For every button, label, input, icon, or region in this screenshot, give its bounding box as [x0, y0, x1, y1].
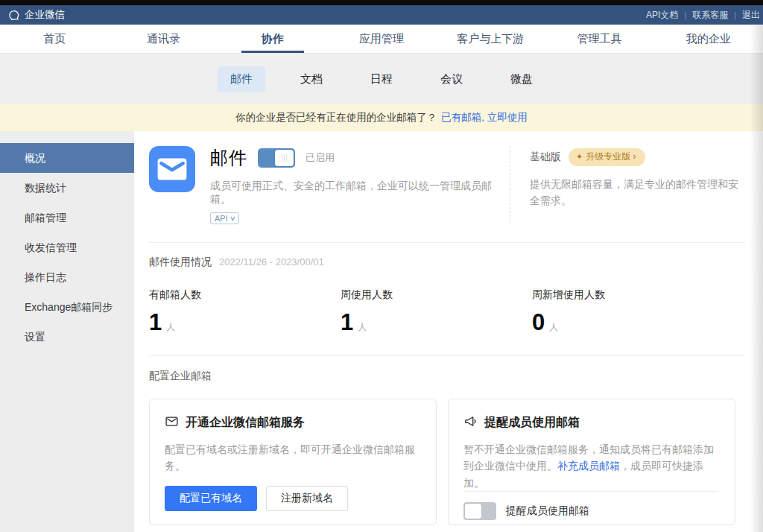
notice-bar: 你的企业是否已经有正在使用的企业邮箱了？ 已有邮箱, 立即使用 [0, 104, 763, 131]
content-area: 概况 数据统计 邮箱管理 收发信管理 操作日志 Exchange邮箱同步 设置 … [0, 131, 763, 532]
nav-tab-collaboration[interactable]: 协作 [218, 25, 327, 53]
sidebar-item-statistics[interactable]: 数据统计 [0, 173, 134, 203]
edition-name: 基础版 [530, 151, 561, 164]
nav-tab-my-company[interactable]: 我的企业 [654, 25, 763, 53]
subtab-drive[interactable]: 微盘 [498, 66, 545, 92]
edition-panel: 基础版 ✦ 升级专业版 › 提供无限邮箱容量，满足专业的邮件管理和安全需求。 [510, 146, 745, 224]
supplement-member-mailbox-link[interactable]: 补充成员邮箱 [557, 460, 620, 472]
sidebar-item-exchange-sync[interactable]: Exchange邮箱同步 [0, 292, 134, 322]
chevron-down-icon: ∨ [229, 215, 236, 222]
envelope-icon [165, 414, 179, 431]
toggle-knob [465, 504, 481, 519]
sidebar-item-mailbox-management[interactable]: 邮箱管理 [0, 203, 134, 232]
stat-weekly-active: 周使用人数 1 人 [341, 288, 532, 336]
remind-members-card: 提醒成员使用邮箱 暂不开通企业微信邮箱服务，通知成员将已有邮箱添加到企业微信中使… [448, 399, 735, 525]
sparkle-icon: ✦ [576, 152, 583, 162]
wechat-work-logo-icon [7, 9, 20, 22]
notice-question: 你的企业是否已经有正在使用的企业邮箱了？ [235, 111, 437, 124]
main-panel: 邮件 已启用 成员可使用正式、安全的工作邮箱，企业可以统一管理成员邮箱。 API… [134, 131, 763, 532]
open-mailbox-service-card: 开通企业微信邮箱服务 配置已有域名或注册新域名，即可开通企业微信邮箱服务。 配置… [149, 399, 437, 525]
stat-value: 1 [149, 309, 162, 336]
stat-value: 1 [341, 309, 353, 336]
subtab-docs[interactable]: 文档 [288, 66, 335, 92]
nav-tab-app-management[interactable]: 应用管理 [327, 25, 436, 53]
brand: 企业微信 [7, 8, 65, 22]
nav-tab-home[interactable]: 首页 [0, 25, 109, 53]
nav-tab-admin-tools[interactable]: 管理工具 [545, 25, 653, 53]
logout-link[interactable]: 退出 [742, 9, 760, 22]
sidebar-item-operation-log[interactable]: 操作日志 [0, 262, 134, 292]
appbar-links: API文档 | 联系客服 | 退出 [646, 9, 760, 22]
nav-tab-customers[interactable]: 客户与上下游 [436, 25, 545, 53]
nav-tab-contacts[interactable]: 通讯录 [109, 25, 218, 53]
card-title: 开通企业微信邮箱服务 [186, 415, 305, 431]
stat-mailbox-users: 有邮箱人数 1 人 [149, 288, 341, 336]
card-description: 配置已有域名或注册新域名，即可开通企业微信邮箱服务。 [165, 441, 420, 475]
stat-unit: 人 [358, 321, 367, 334]
sidebar-item-overview[interactable]: 概况 [0, 143, 134, 173]
app-title: 邮件 [210, 146, 247, 170]
card-description: 暂不开通企业微信邮箱服务，通知成员将已有邮箱添加到企业微信中使用。补充成员邮箱，… [463, 441, 718, 491]
active-tab-underline [241, 51, 304, 53]
sidebar-item-settings[interactable]: 设置 [0, 322, 134, 352]
divider [149, 355, 745, 356]
app-description: 成员可使用正式、安全的工作邮箱，企业可以统一管理成员邮箱。 [210, 180, 510, 206]
card-title: 提醒成员使用邮箱 [484, 415, 580, 431]
link-separator: | [734, 10, 736, 19]
remind-toggle-label: 提醒成员使用邮箱 [506, 504, 589, 518]
stat-weekly-new: 周新增使用人数 0 人 [532, 288, 724, 336]
megaphone-icon [463, 414, 478, 431]
link-separator: | [684, 10, 686, 19]
sidebar-item-send-receive[interactable]: 收发信管理 [0, 232, 134, 262]
brand-name: 企业微信 [25, 8, 65, 22]
main-nav: 首页 通讯录 协作 应用管理 客户与上下游 管理工具 我的企业 [0, 25, 763, 54]
toggle-knob [275, 150, 294, 166]
config-cards: 开通企业微信邮箱服务 配置已有域名或注册新域名，即可开通企业微信邮箱服务。 配置… [149, 399, 745, 525]
sidebar: 概况 数据统计 邮箱管理 收发信管理 操作日志 Exchange邮箱同步 设置 [0, 131, 134, 532]
existing-mailbox-link[interactable]: 已有邮箱, 立即使用 [441, 111, 528, 124]
enabled-status-label: 已启用 [305, 151, 335, 165]
mail-app-icon [149, 146, 195, 192]
usage-title: 邮件使用情况 [149, 256, 212, 269]
collaboration-subtabs: 邮件 文档 日程 会议 微盘 [0, 54, 763, 104]
upgrade-pro-badge[interactable]: ✦ 升级专业版 › [569, 148, 645, 166]
config-section-title: 配置企业邮箱 [149, 370, 745, 383]
usage-stats: 有邮箱人数 1 人 周使用人数 1 人 周新增使用人数 0 人 [149, 288, 745, 336]
subtab-mail[interactable]: 邮件 [218, 66, 265, 92]
remind-toggle-row: 提醒成员使用邮箱 [463, 491, 718, 520]
usage-date-range: 2022/11/26 - 2023/00/01 [219, 256, 324, 267]
configure-existing-domain-button[interactable]: 配置已有域名 [165, 486, 257, 511]
subtab-calendar[interactable]: 日程 [358, 66, 405, 92]
api-docs-link[interactable]: API文档 [646, 9, 678, 22]
app-bar: 企业微信 API文档 | 联系客服 | 退出 [0, 5, 763, 25]
edition-description: 提供无限邮箱容量，满足专业的邮件管理和安全需求。 [530, 177, 745, 209]
stat-value: 0 [532, 309, 545, 336]
api-dropdown-tag[interactable]: API ∨ [210, 212, 239, 224]
divider [149, 242, 745, 243]
stat-unit: 人 [166, 321, 175, 334]
register-new-domain-button[interactable]: 注册新域名 [266, 486, 348, 511]
mail-app-header: 邮件 已启用 成员可使用正式、安全的工作邮箱，企业可以统一管理成员邮箱。 API… [149, 146, 745, 224]
usage-section-header: 邮件使用情况 2022/11/26 - 2023/00/01 [149, 256, 745, 269]
browser-chrome-strip [0, 0, 763, 5]
mail-enabled-toggle[interactable] [258, 148, 295, 168]
stat-unit: 人 [549, 321, 558, 334]
remind-members-toggle[interactable] [463, 502, 496, 520]
mail-app-info: 邮件 已启用 成员可使用正式、安全的工作邮箱，企业可以统一管理成员邮箱。 API… [210, 146, 510, 224]
subtab-meeting[interactable]: 会议 [428, 66, 475, 92]
contact-support-link[interactable]: 联系客服 [692, 9, 728, 22]
